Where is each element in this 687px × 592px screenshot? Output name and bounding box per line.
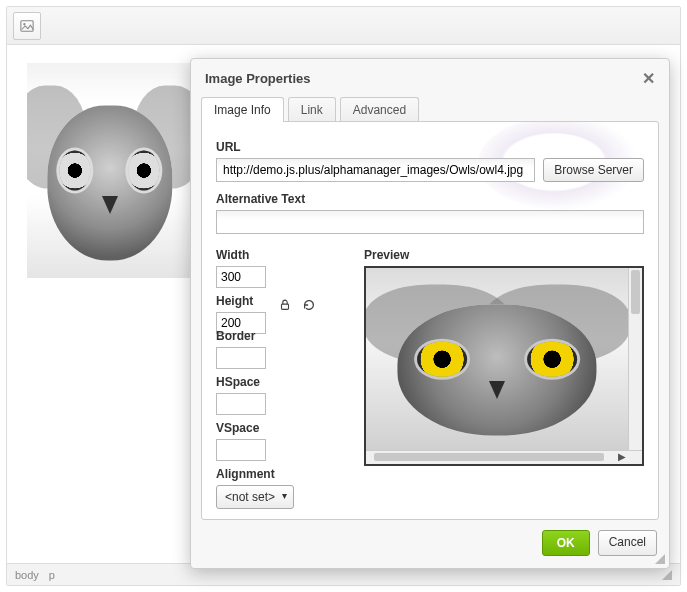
preview-image bbox=[366, 268, 628, 450]
vspace-input[interactable] bbox=[216, 439, 266, 461]
tab-panel-image-info: URL Browse Server Alternative Text Width… bbox=[201, 121, 659, 520]
tab-advanced[interactable]: Advanced bbox=[340, 97, 419, 122]
image-properties-dialog: Image Properties ✕ Image Info Link Advan… bbox=[190, 58, 670, 569]
label-url: URL bbox=[216, 140, 644, 154]
url-input[interactable] bbox=[216, 158, 535, 182]
document-image bbox=[27, 63, 192, 278]
dialog-button-row: OK Cancel bbox=[191, 520, 669, 568]
preview-horizontal-scrollbar[interactable] bbox=[366, 450, 642, 464]
tab-image-info[interactable]: Image Info bbox=[201, 97, 284, 122]
ok-button[interactable]: OK bbox=[542, 530, 590, 556]
editor-toolbar bbox=[7, 7, 680, 45]
reset-size-button[interactable] bbox=[302, 298, 316, 315]
dimensions-column: Width Height Border HSpace bbox=[216, 242, 348, 509]
lock-ratio-button[interactable] bbox=[278, 298, 292, 315]
app-root: body p Image Properties ✕ Image Info Lin… bbox=[0, 0, 687, 592]
label-width: Width bbox=[216, 248, 348, 262]
dialog-close-button[interactable]: ✕ bbox=[638, 69, 659, 88]
dialog-titlebar[interactable]: Image Properties ✕ bbox=[191, 59, 669, 96]
svg-point-1 bbox=[23, 23, 25, 25]
cancel-button[interactable]: Cancel bbox=[598, 530, 657, 556]
resize-handle-icon[interactable] bbox=[662, 570, 672, 580]
close-icon: ✕ bbox=[642, 70, 655, 87]
elements-path-p[interactable]: p bbox=[49, 569, 55, 581]
preview-vertical-scrollbar[interactable] bbox=[628, 268, 642, 450]
preview-column: Preview ▶ bbox=[364, 242, 644, 509]
dialog-tabs: Image Info Link Advanced bbox=[191, 96, 669, 121]
dialog-title: Image Properties bbox=[205, 71, 311, 86]
preview-box: ▶ bbox=[364, 266, 644, 466]
browse-server-button[interactable]: Browse Server bbox=[543, 158, 644, 182]
lock-icon bbox=[278, 298, 292, 312]
insert-image-button[interactable] bbox=[13, 12, 41, 40]
label-alignment: Alignment bbox=[216, 467, 348, 481]
elements-path-body[interactable]: body bbox=[15, 569, 39, 581]
dialog-resize-handle-icon[interactable] bbox=[655, 554, 665, 564]
alignment-value: <not set> bbox=[225, 490, 275, 504]
alt-text-input[interactable] bbox=[216, 210, 644, 234]
hspace-input[interactable] bbox=[216, 393, 266, 415]
tab-link[interactable]: Link bbox=[288, 97, 336, 122]
label-alt: Alternative Text bbox=[216, 192, 644, 206]
image-icon bbox=[20, 19, 34, 33]
alignment-select[interactable]: <not set> bbox=[216, 485, 294, 509]
chevron-right-icon: ▶ bbox=[618, 451, 626, 462]
border-input[interactable] bbox=[216, 347, 266, 369]
label-border: Border bbox=[216, 329, 348, 343]
label-vspace: VSpace bbox=[216, 421, 348, 435]
svg-rect-2 bbox=[282, 304, 289, 309]
width-input[interactable] bbox=[216, 266, 266, 288]
label-hspace: HSpace bbox=[216, 375, 348, 389]
label-preview: Preview bbox=[364, 248, 644, 262]
refresh-icon bbox=[302, 298, 316, 312]
